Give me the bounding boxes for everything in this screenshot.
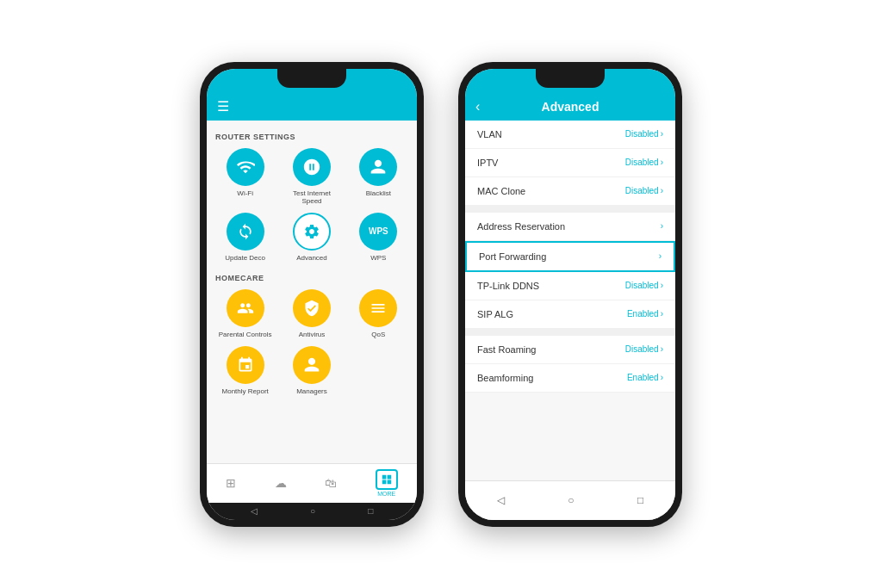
monthly-report-item[interactable]: Monthly Report [215, 346, 275, 396]
phone2-title: Advanced [542, 100, 599, 114]
address-reservation-row[interactable]: Address Reservation › [465, 213, 675, 241]
wps-item[interactable]: WPS WPS [349, 213, 408, 263]
wifi-item[interactable]: Wi-Fi [215, 148, 275, 206]
port-forwarding-label: Port Forwarding [479, 251, 546, 262]
mac-clone-value: Disabled › [625, 186, 663, 195]
update-deco-label: Update Deco [225, 254, 265, 263]
tp-link-ddns-label: TP-Link DDNS [477, 281, 539, 291]
qos-label: QoS [371, 331, 385, 339]
phone2: ‹ Advanced VLAN Disabled › IPTV [458, 62, 682, 527]
qos-item[interactable]: QoS [349, 289, 408, 339]
phone2-home[interactable]: ○ [568, 494, 574, 506]
fast-roaming-label: Fast Roaming [477, 344, 536, 355]
nav-home-icon: ⊞ [226, 477, 236, 489]
nav-more-icon [376, 469, 398, 490]
wps-label: WPS [370, 254, 386, 263]
test-internet-icon-circle [293, 148, 331, 186]
settings-group-2: Address Reservation › Port Forwarding › … [465, 213, 675, 329]
tp-link-ddns-value: Disabled › [625, 281, 663, 290]
blacklist-item[interactable]: Blacklist [349, 148, 408, 206]
fast-roaming-row[interactable]: Fast Roaming Disabled › [465, 336, 675, 364]
parental-label: Parental Controls [219, 331, 272, 339]
iptv-chevron: › [661, 158, 663, 167]
router-settings-grid: Wi-Fi Test Internet Speed Bl [215, 148, 408, 263]
address-reservation-label: Address Reservation [477, 221, 565, 232]
blacklist-icon-circle [359, 148, 397, 186]
beamforming-chevron: › [661, 373, 663, 382]
address-reservation-chevron: › [661, 221, 663, 231]
beamforming-row[interactable]: Beamforming Enabled › [465, 364, 675, 393]
test-internet-label: Test Internet Speed [282, 189, 341, 206]
iptv-label: IPTV [477, 158, 498, 168]
router-settings-header: ROUTER SETTINGS [215, 133, 408, 141]
port-forwarding-chevron: › [659, 251, 662, 261]
port-forwarding-value: › [659, 251, 662, 261]
port-forwarding-row[interactable]: Port Forwarding › [465, 241, 675, 272]
scene: ☰ ROUTER SETTINGS Wi-Fi [0, 0, 882, 588]
sip-alg-row[interactable]: SIP ALG Enabled › [465, 300, 675, 329]
phone2-content: VLAN Disabled › IPTV Disabled › [465, 121, 675, 480]
nav-more-label: MORE [377, 491, 395, 497]
settings-group-3: Fast Roaming Disabled › Beamforming Enab… [465, 336, 675, 393]
nav-more[interactable]: MORE [376, 469, 398, 497]
test-internet-item[interactable]: Test Internet Speed [282, 148, 341, 206]
separator-1 [465, 206, 675, 213]
phone1-notch [277, 69, 346, 88]
back-arrow-icon[interactable]: ‹ [475, 99, 480, 115]
parental-icon-circle [227, 289, 264, 327]
fast-roaming-value: Disabled › [625, 344, 663, 354]
vlan-value: Disabled › [625, 129, 663, 139]
mac-clone-chevron: › [661, 186, 663, 195]
recent-gesture[interactable]: □ [368, 506, 373, 516]
nav-bag[interactable]: 🛍 [325, 477, 337, 489]
advanced-icon-circle [293, 213, 331, 251]
wifi-label: Wi-Fi [237, 189, 253, 198]
qos-icon-circle [359, 289, 397, 327]
wps-icon-circle: WPS [359, 213, 397, 251]
tp-link-ddns-row[interactable]: TP-Link DDNS Disabled › [465, 272, 675, 300]
beamforming-label: Beamforming [477, 373, 533, 383]
sip-alg-label: SIP ALG [477, 309, 513, 319]
iptv-row[interactable]: IPTV Disabled › [465, 149, 675, 177]
update-deco-item[interactable]: Update Deco [215, 213, 275, 263]
nav-network-icon: ☁ [275, 477, 287, 489]
vlan-chevron: › [661, 129, 663, 139]
phone1-gesture-bar: ◁ ○ □ [207, 503, 417, 520]
managers-item[interactable]: Managers [282, 346, 341, 396]
advanced-item[interactable]: Advanced [282, 213, 341, 263]
mac-clone-row[interactable]: MAC Clone Disabled › [465, 177, 675, 206]
blacklist-label: Blacklist [366, 189, 391, 198]
antivirus-icon-circle [293, 289, 331, 327]
homecare-header: HOMECARE [215, 274, 408, 282]
mac-clone-label: MAC Clone [477, 186, 525, 196]
advanced-label: Advanced [296, 254, 327, 263]
antivirus-item[interactable]: Antivirus [282, 289, 341, 339]
sip-alg-value: Enabled › [627, 309, 663, 319]
phone1-bottom-nav: ⊞ ☁ 🛍 MORE [207, 463, 417, 503]
phone1-content: ROUTER SETTINGS Wi-Fi Test Int [207, 121, 417, 463]
nav-bag-icon: 🛍 [325, 477, 337, 489]
wifi-icon-circle [227, 148, 264, 186]
hamburger-icon[interactable]: ☰ [217, 100, 229, 114]
sip-alg-chevron: › [661, 309, 663, 319]
iptv-value: Disabled › [625, 158, 663, 167]
antivirus-label: Antivirus [299, 331, 326, 339]
nav-home[interactable]: ⊞ [226, 477, 236, 489]
monthly-report-label: Monthly Report [222, 387, 269, 396]
update-deco-icon-circle [227, 213, 264, 251]
back-gesture[interactable]: ◁ [251, 506, 258, 516]
settings-group-1: VLAN Disabled › IPTV Disabled › [465, 121, 675, 206]
separator-2 [465, 329, 675, 336]
phone2-recent[interactable]: □ [637, 494, 643, 506]
vlan-row[interactable]: VLAN Disabled › [465, 121, 675, 149]
phone2-back[interactable]: ◁ [497, 494, 505, 506]
nav-network[interactable]: ☁ [275, 477, 287, 489]
parental-item[interactable]: Parental Controls [215, 289, 275, 339]
phone2-bottom-nav: ◁ ○ □ [465, 480, 675, 520]
phone2-app-bar: ‹ Advanced [465, 95, 675, 121]
phone1: ☰ ROUTER SETTINGS Wi-Fi [200, 62, 424, 527]
phone2-notch [536, 69, 605, 88]
homecare-grid: Parental Controls Antivirus [215, 289, 408, 395]
phone1-app-bar: ☰ [207, 95, 417, 121]
home-gesture[interactable]: ○ [310, 506, 315, 516]
